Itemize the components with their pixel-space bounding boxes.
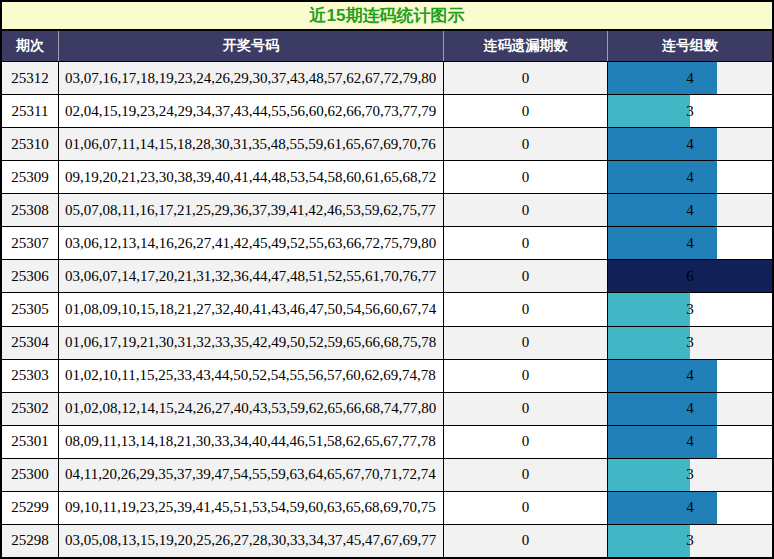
group-count-cell: 4 (608, 227, 772, 259)
draw-numbers-cell: 01,02,10,11,15,25,33,43,44,50,52,54,55,5… (59, 360, 444, 392)
group-count-value: 3 (608, 525, 772, 557)
group-count-cell: 4 (608, 161, 772, 193)
miss-periods-cell: 0 (444, 360, 608, 392)
group-count-cell: 4 (608, 128, 772, 160)
miss-periods-cell: 0 (444, 260, 608, 292)
miss-periods-cell: 0 (444, 161, 608, 193)
table-header: 期次 开奖号码 连码遗漏期数 连号组数 (2, 31, 772, 62)
table-row: 2531001,06,07,11,14,15,18,28,30,31,35,48… (2, 128, 772, 161)
table-row: 2531102,04,15,19,23,24,29,34,37,43,44,55… (2, 95, 772, 128)
draw-numbers-cell: 02,04,15,19,23,24,29,34,37,43,44,55,56,6… (59, 95, 444, 127)
period-cell: 25301 (2, 426, 59, 458)
table-row: 2529909,10,11,19,23,25,39,41,45,51,53,54… (2, 492, 772, 525)
period-cell: 25299 (2, 492, 59, 524)
period-cell: 25306 (2, 260, 59, 292)
table-row: 2529803,05,08,13,15,19,20,25,26,27,28,30… (2, 525, 772, 557)
consecutive-number-stats-panel: 近15期连码统计图示 期次 开奖号码 连码遗漏期数 连号组数 2531203,0… (0, 0, 774, 559)
draw-numbers-cell: 01,02,08,12,14,15,24,26,27,40,43,53,59,6… (59, 393, 444, 425)
miss-periods-cell: 0 (444, 128, 608, 160)
table-body: 2531203,07,16,17,18,19,23,24,26,29,30,37… (2, 62, 772, 557)
group-count-value: 3 (608, 459, 772, 491)
group-count-value: 4 (608, 128, 772, 160)
group-count-value: 4 (608, 426, 772, 458)
group-count-cell: 3 (608, 525, 772, 557)
group-count-value: 4 (608, 492, 772, 524)
table-row: 2530909,19,20,21,23,30,38,39,40,41,44,48… (2, 161, 772, 194)
table-row: 2530603,06,07,14,17,20,21,31,32,36,44,47… (2, 260, 772, 293)
miss-periods-cell: 0 (444, 393, 608, 425)
period-cell: 25311 (2, 95, 59, 127)
draw-numbers-cell: 05,07,08,11,16,17,21,25,29,36,37,39,41,4… (59, 194, 444, 226)
group-count-cell: 3 (608, 327, 772, 359)
draw-numbers-cell: 09,19,20,21,23,30,38,39,40,41,44,48,53,5… (59, 161, 444, 193)
draw-numbers-cell: 03,06,12,13,14,16,26,27,41,42,45,49,52,5… (59, 227, 444, 259)
period-cell: 25308 (2, 194, 59, 226)
table-row: 2530805,07,08,11,16,17,21,25,29,36,37,39… (2, 194, 772, 227)
group-count-value: 4 (608, 62, 772, 94)
panel-title: 近15期连码统计图示 (2, 2, 772, 31)
table-row: 2530108,09,11,13,14,18,21,30,33,34,40,44… (2, 426, 772, 459)
period-cell: 25309 (2, 161, 59, 193)
draw-numbers-cell: 09,10,11,19,23,25,39,41,45,51,53,54,59,6… (59, 492, 444, 524)
group-count-value: 4 (608, 393, 772, 425)
header-period: 期次 (2, 31, 59, 61)
miss-periods-cell: 0 (444, 194, 608, 226)
draw-numbers-cell: 01,06,07,11,14,15,18,28,30,31,35,48,55,5… (59, 128, 444, 160)
group-count-cell: 4 (608, 426, 772, 458)
group-count-cell: 4 (608, 492, 772, 524)
group-count-value: 4 (608, 227, 772, 259)
miss-periods-cell: 0 (444, 327, 608, 359)
period-cell: 25298 (2, 525, 59, 557)
draw-numbers-cell: 03,05,08,13,15,19,20,25,26,27,28,30,33,3… (59, 525, 444, 557)
group-count-cell: 4 (608, 194, 772, 226)
draw-numbers-cell: 08,09,11,13,14,18,21,30,33,34,40,44,46,5… (59, 426, 444, 458)
header-draw-numbers: 开奖号码 (59, 31, 444, 61)
period-cell: 25300 (2, 459, 59, 491)
group-count-cell: 3 (608, 95, 772, 127)
miss-periods-cell: 0 (444, 293, 608, 325)
table-row: 2530401,06,17,19,21,30,31,32,33,35,42,49… (2, 327, 772, 360)
table-row: 2531203,07,16,17,18,19,23,24,26,29,30,37… (2, 62, 772, 95)
miss-periods-cell: 0 (444, 227, 608, 259)
period-cell: 25312 (2, 62, 59, 94)
table-row: 2530004,11,20,26,29,35,37,39,47,54,55,59… (2, 459, 772, 492)
table-row: 2530703,06,12,13,14,16,26,27,41,42,45,49… (2, 227, 772, 260)
period-cell: 25303 (2, 360, 59, 392)
draw-numbers-cell: 01,06,17,19,21,30,31,32,33,35,42,49,50,5… (59, 327, 444, 359)
group-count-cell: 4 (608, 360, 772, 392)
group-count-value: 3 (608, 293, 772, 325)
draw-numbers-cell: 01,08,09,10,15,18,21,27,32,40,41,43,46,4… (59, 293, 444, 325)
group-count-cell: 3 (608, 459, 772, 491)
group-count-cell: 3 (608, 293, 772, 325)
miss-periods-cell: 0 (444, 95, 608, 127)
group-count-cell: 4 (608, 393, 772, 425)
draw-numbers-cell: 04,11,20,26,29,35,37,39,47,54,55,59,63,6… (59, 459, 444, 491)
group-count-value: 4 (608, 360, 772, 392)
miss-periods-cell: 0 (444, 459, 608, 491)
miss-periods-cell: 0 (444, 62, 608, 94)
group-count-value: 4 (608, 194, 772, 226)
table-row: 2530301,02,10,11,15,25,33,43,44,50,52,54… (2, 360, 772, 393)
group-count-cell: 4 (608, 62, 772, 94)
header-miss-periods: 连码遗漏期数 (444, 31, 608, 61)
header-group-count: 连号组数 (608, 31, 772, 61)
period-cell: 25305 (2, 293, 59, 325)
group-count-value: 3 (608, 327, 772, 359)
group-count-value: 3 (608, 95, 772, 127)
group-count-cell: 6 (608, 260, 772, 292)
period-cell: 25310 (2, 128, 59, 160)
table-row: 2530201,02,08,12,14,15,24,26,27,40,43,53… (2, 393, 772, 426)
period-cell: 25304 (2, 327, 59, 359)
group-count-value: 6 (608, 260, 772, 292)
miss-periods-cell: 0 (444, 426, 608, 458)
group-count-value: 4 (608, 161, 772, 193)
table-row: 2530501,08,09,10,15,18,21,27,32,40,41,43… (2, 293, 772, 326)
miss-periods-cell: 0 (444, 525, 608, 557)
draw-numbers-cell: 03,06,07,14,17,20,21,31,32,36,44,47,48,5… (59, 260, 444, 292)
period-cell: 25302 (2, 393, 59, 425)
draw-numbers-cell: 03,07,16,17,18,19,23,24,26,29,30,37,43,4… (59, 62, 444, 94)
period-cell: 25307 (2, 227, 59, 259)
miss-periods-cell: 0 (444, 492, 608, 524)
